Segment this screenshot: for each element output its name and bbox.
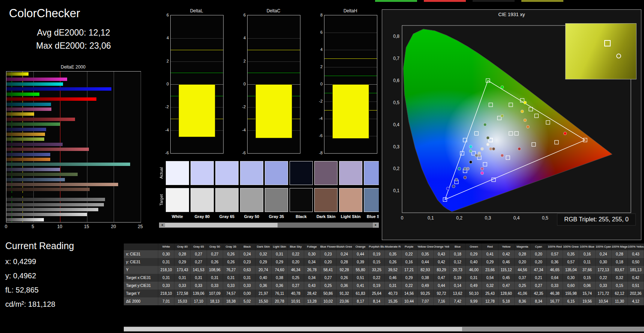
target-swatch-dark-skin[interactable]: [314, 188, 338, 212]
table-cell: 8,36: [515, 297, 531, 305]
measured-point-moderate-red: [501, 154, 504, 157]
actual-swatch-light-skin[interactable]: [339, 161, 362, 185]
delta-value-bar: [179, 84, 215, 137]
table-cell: 202,36: [628, 290, 644, 297]
target-swatch-gray-65[interactable]: [215, 188, 239, 212]
table-cell: 0,36: [336, 282, 353, 290]
deltae2000-chart: DeltaE 2000 0510152025: [3, 64, 146, 240]
reference-line: [171, 73, 223, 73]
measured-point-black: [469, 161, 472, 164]
gridline: [171, 61, 223, 62]
column-header-100-red: 100% Red: [547, 243, 563, 250]
column-header-gray-65: Gray 65: [191, 243, 207, 250]
column-header-cyan: Cyan: [531, 243, 547, 250]
table-cell: 20,73: [450, 266, 466, 274]
table-cell: 0,19: [369, 282, 385, 290]
target-swatch-white[interactable]: [166, 188, 189, 212]
target-swatch-gray-80[interactable]: [191, 188, 214, 212]
deltae-bar-foliage: [6, 173, 78, 176]
axis-tick-label: -2: [158, 105, 169, 109]
column-header-purple: Purple: [401, 243, 417, 250]
table-cell: 0,12: [450, 258, 466, 266]
actual-swatch-blue-sky[interactable]: [364, 161, 379, 185]
scroll-left-arrow-icon[interactable]: ◄: [159, 222, 165, 228]
table-cell: 0,14: [450, 282, 466, 290]
actual-swatch-gray-50[interactable]: [240, 161, 263, 185]
axis-tick-label: 20: [111, 224, 116, 229]
table-cell: 173,43: [174, 266, 191, 274]
table-cell: 7,16: [434, 297, 450, 305]
actual-swatch-black[interactable]: [290, 161, 313, 185]
table-cell: 10,02: [320, 297, 336, 305]
target-swatch-black[interactable]: [290, 188, 313, 212]
table-cell: 0,42: [434, 258, 450, 266]
actual-swatch-gray-65[interactable]: [215, 161, 239, 185]
axis-tick-label: 0,2: [456, 215, 462, 221]
axis-tick-label: 0: [401, 215, 404, 221]
table-cell: 0,29: [466, 250, 482, 258]
column-header-100-magenta: 100% Magenta: [612, 243, 628, 250]
table-cell: 0,28: [612, 250, 628, 258]
column-header-bluish-green: Bluish Green: [336, 243, 353, 250]
table-cell: 12,78: [482, 297, 498, 305]
deltal-plot-area: [170, 15, 224, 154]
axis-tick-label: 0,5: [542, 215, 548, 221]
axis-tick-label: 4: [158, 36, 169, 40]
table-cell: 20,74: [255, 266, 272, 274]
scrollbar-thumb[interactable]: [124, 327, 462, 331]
table-row: y: CIE310,310,290,270,260,260,230,290,29…: [124, 258, 644, 266]
table-cell: 19,56: [579, 297, 595, 305]
swatch-label: Blue Sky: [364, 214, 379, 219]
table-corner-cell: [124, 243, 158, 250]
toolbar-strip-segment: [521, 0, 563, 2]
table-cell: 0,33: [158, 282, 174, 290]
table-cell: 0,38: [272, 274, 288, 282]
table-cell: 17,21: [401, 266, 417, 274]
scroll-right-arrow-icon[interactable]: ►: [373, 222, 379, 228]
column-header-foliage: Foliage: [304, 243, 320, 250]
table-cell: 93,25: [417, 290, 434, 297]
axis-tick-label: 0,4: [513, 215, 520, 221]
table-scrollbar[interactable]: [124, 327, 644, 332]
scrollbar-thumb[interactable]: [165, 223, 278, 227]
column-header-100-green: 100% Green: [563, 243, 579, 250]
table-row: Y218,10173,43141,53108,9676,270,6320,747…: [124, 266, 644, 274]
swatch-scrollbar[interactable]: ◄ ►: [159, 222, 379, 228]
table-cell: 0,06: [579, 282, 595, 290]
table-cell: 0,20: [531, 258, 547, 266]
target-swatch-light-skin[interactable]: [339, 188, 362, 212]
axis-tick-label: 0,2: [393, 166, 399, 171]
page-title: ColorChecker: [9, 7, 143, 20]
column-header-purplish-blue: Purplish Blue: [369, 243, 385, 250]
table-cell: 181,13: [628, 266, 644, 274]
actual-swatch-gray-80[interactable]: [191, 161, 214, 185]
table-cell: 0,39: [353, 258, 369, 266]
actual-swatch-white[interactable]: [166, 161, 189, 185]
deltae-bar-magenta: [6, 108, 51, 111]
deltae-bar-100-blue: [6, 87, 111, 91]
table-row: x: CIE310,300,280,270,270,260,240,320,31…: [124, 250, 644, 258]
target-swatch-gray-35[interactable]: [265, 188, 288, 212]
table-cell: 0,29: [401, 274, 417, 282]
table-cell: 0,37: [515, 274, 531, 282]
table-cell: 6,15: [563, 297, 579, 305]
table-cell: 8,17: [353, 297, 369, 305]
target-swatch-blue-sky[interactable]: [364, 188, 379, 212]
measured-point-red: [518, 147, 521, 150]
column-header-100-cyan: 100% Cyan: [596, 243, 612, 250]
actual-swatch-gray-35[interactable]: [265, 161, 288, 185]
cie-title: CIE 1931 xy: [382, 12, 641, 17]
deltae-bar-100-red: [6, 97, 96, 101]
table-cell: 15,50: [255, 297, 272, 305]
axis-tick-label: -4: [235, 128, 246, 132]
measured-point-gray-35: [475, 154, 478, 157]
target-swatch-gray-50[interactable]: [240, 188, 263, 212]
table-cell: 0,20: [531, 250, 547, 258]
table-cell: 0,51: [353, 274, 369, 282]
measured-point-100-red: [564, 132, 567, 135]
swatch-label: Black: [290, 214, 313, 219]
table-cell: 0,27: [191, 250, 207, 258]
actual-swatch-dark-skin[interactable]: [314, 161, 338, 185]
table-cell: 0,16: [401, 258, 417, 266]
table-cell: 0,27: [207, 250, 223, 258]
